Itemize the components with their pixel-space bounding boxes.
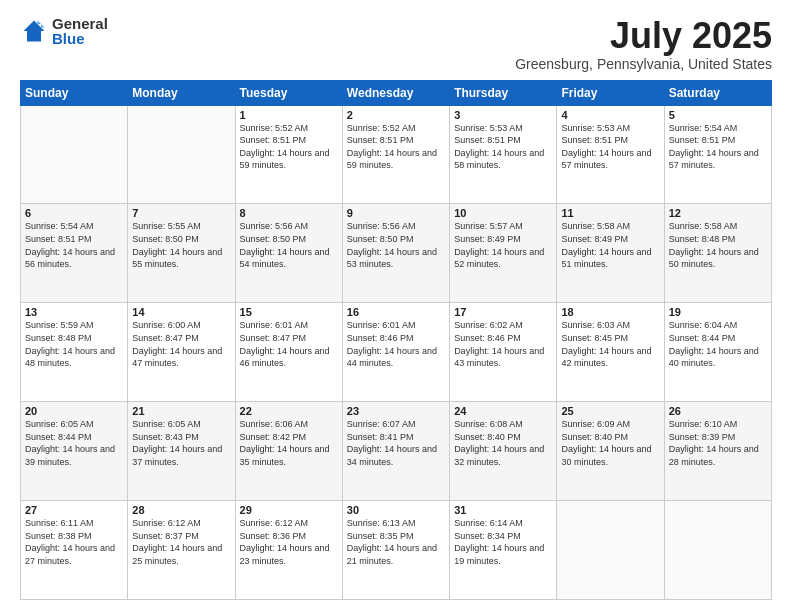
day-number: 25 <box>561 405 659 417</box>
day-cell: 4Sunrise: 5:53 AM Sunset: 8:51 PM Daylig… <box>557 105 664 204</box>
header: General Blue July 2025 Greensburg, Penns… <box>20 16 772 72</box>
col-saturday: Saturday <box>664 80 771 105</box>
day-info: Sunrise: 5:57 AM Sunset: 8:49 PM Dayligh… <box>454 220 552 270</box>
logo-general: General <box>52 16 108 31</box>
page: General Blue July 2025 Greensburg, Penns… <box>0 0 792 612</box>
day-number: 5 <box>669 109 767 121</box>
day-number: 12 <box>669 207 767 219</box>
day-cell: 11Sunrise: 5:58 AM Sunset: 8:49 PM Dayli… <box>557 204 664 303</box>
day-info: Sunrise: 5:53 AM Sunset: 8:51 PM Dayligh… <box>561 122 659 172</box>
day-number: 30 <box>347 504 445 516</box>
day-info: Sunrise: 6:12 AM Sunset: 8:36 PM Dayligh… <box>240 517 338 567</box>
day-info: Sunrise: 6:14 AM Sunset: 8:34 PM Dayligh… <box>454 517 552 567</box>
day-number: 19 <box>669 306 767 318</box>
day-cell: 5Sunrise: 5:54 AM Sunset: 8:51 PM Daylig… <box>664 105 771 204</box>
day-number: 2 <box>347 109 445 121</box>
day-number: 22 <box>240 405 338 417</box>
day-info: Sunrise: 6:13 AM Sunset: 8:35 PM Dayligh… <box>347 517 445 567</box>
day-number: 14 <box>132 306 230 318</box>
day-cell: 25Sunrise: 6:09 AM Sunset: 8:40 PM Dayli… <box>557 402 664 501</box>
week-row-2: 6Sunrise: 5:54 AM Sunset: 8:51 PM Daylig… <box>21 204 772 303</box>
day-number: 8 <box>240 207 338 219</box>
day-cell: 10Sunrise: 5:57 AM Sunset: 8:49 PM Dayli… <box>450 204 557 303</box>
svg-marker-0 <box>24 21 45 42</box>
logo: General Blue <box>20 16 108 46</box>
month-title: July 2025 <box>515 16 772 56</box>
day-info: Sunrise: 6:00 AM Sunset: 8:47 PM Dayligh… <box>132 319 230 369</box>
day-number: 7 <box>132 207 230 219</box>
day-cell: 30Sunrise: 6:13 AM Sunset: 8:35 PM Dayli… <box>342 501 449 600</box>
day-cell: 13Sunrise: 5:59 AM Sunset: 8:48 PM Dayli… <box>21 303 128 402</box>
day-cell: 29Sunrise: 6:12 AM Sunset: 8:36 PM Dayli… <box>235 501 342 600</box>
day-info: Sunrise: 6:01 AM Sunset: 8:47 PM Dayligh… <box>240 319 338 369</box>
day-number: 17 <box>454 306 552 318</box>
day-cell: 16Sunrise: 6:01 AM Sunset: 8:46 PM Dayli… <box>342 303 449 402</box>
day-number: 21 <box>132 405 230 417</box>
day-cell: 23Sunrise: 6:07 AM Sunset: 8:41 PM Dayli… <box>342 402 449 501</box>
day-info: Sunrise: 5:56 AM Sunset: 8:50 PM Dayligh… <box>240 220 338 270</box>
day-info: Sunrise: 6:05 AM Sunset: 8:43 PM Dayligh… <box>132 418 230 468</box>
day-number: 18 <box>561 306 659 318</box>
day-number: 23 <box>347 405 445 417</box>
day-cell <box>21 105 128 204</box>
day-cell <box>557 501 664 600</box>
col-thursday: Thursday <box>450 80 557 105</box>
header-row: Sunday Monday Tuesday Wednesday Thursday… <box>21 80 772 105</box>
day-number: 3 <box>454 109 552 121</box>
title-block: July 2025 Greensburg, Pennsylvania, Unit… <box>515 16 772 72</box>
logo-text: General Blue <box>52 16 108 46</box>
day-cell <box>664 501 771 600</box>
col-tuesday: Tuesday <box>235 80 342 105</box>
day-cell: 12Sunrise: 5:58 AM Sunset: 8:48 PM Dayli… <box>664 204 771 303</box>
day-info: Sunrise: 6:05 AM Sunset: 8:44 PM Dayligh… <box>25 418 123 468</box>
day-number: 15 <box>240 306 338 318</box>
calendar-table: Sunday Monday Tuesday Wednesday Thursday… <box>20 80 772 600</box>
day-number: 31 <box>454 504 552 516</box>
day-info: Sunrise: 6:08 AM Sunset: 8:40 PM Dayligh… <box>454 418 552 468</box>
day-info: Sunrise: 6:12 AM Sunset: 8:37 PM Dayligh… <box>132 517 230 567</box>
day-number: 27 <box>25 504 123 516</box>
day-cell: 2Sunrise: 5:52 AM Sunset: 8:51 PM Daylig… <box>342 105 449 204</box>
day-cell: 8Sunrise: 5:56 AM Sunset: 8:50 PM Daylig… <box>235 204 342 303</box>
day-number: 29 <box>240 504 338 516</box>
day-info: Sunrise: 6:11 AM Sunset: 8:38 PM Dayligh… <box>25 517 123 567</box>
day-info: Sunrise: 5:58 AM Sunset: 8:48 PM Dayligh… <box>669 220 767 270</box>
day-number: 6 <box>25 207 123 219</box>
day-number: 10 <box>454 207 552 219</box>
day-info: Sunrise: 6:09 AM Sunset: 8:40 PM Dayligh… <box>561 418 659 468</box>
day-info: Sunrise: 5:52 AM Sunset: 8:51 PM Dayligh… <box>240 122 338 172</box>
col-friday: Friday <box>557 80 664 105</box>
day-number: 28 <box>132 504 230 516</box>
day-info: Sunrise: 6:02 AM Sunset: 8:46 PM Dayligh… <box>454 319 552 369</box>
col-wednesday: Wednesday <box>342 80 449 105</box>
day-cell <box>128 105 235 204</box>
day-cell: 21Sunrise: 6:05 AM Sunset: 8:43 PM Dayli… <box>128 402 235 501</box>
day-cell: 24Sunrise: 6:08 AM Sunset: 8:40 PM Dayli… <box>450 402 557 501</box>
day-number: 24 <box>454 405 552 417</box>
day-cell: 31Sunrise: 6:14 AM Sunset: 8:34 PM Dayli… <box>450 501 557 600</box>
day-cell: 19Sunrise: 6:04 AM Sunset: 8:44 PM Dayli… <box>664 303 771 402</box>
day-info: Sunrise: 5:54 AM Sunset: 8:51 PM Dayligh… <box>25 220 123 270</box>
week-row-1: 1Sunrise: 5:52 AM Sunset: 8:51 PM Daylig… <box>21 105 772 204</box>
day-info: Sunrise: 5:53 AM Sunset: 8:51 PM Dayligh… <box>454 122 552 172</box>
day-info: Sunrise: 6:06 AM Sunset: 8:42 PM Dayligh… <box>240 418 338 468</box>
day-cell: 20Sunrise: 6:05 AM Sunset: 8:44 PM Dayli… <box>21 402 128 501</box>
day-info: Sunrise: 6:04 AM Sunset: 8:44 PM Dayligh… <box>669 319 767 369</box>
location: Greensburg, Pennsylvania, United States <box>515 56 772 72</box>
day-info: Sunrise: 5:52 AM Sunset: 8:51 PM Dayligh… <box>347 122 445 172</box>
day-cell: 3Sunrise: 5:53 AM Sunset: 8:51 PM Daylig… <box>450 105 557 204</box>
day-cell: 9Sunrise: 5:56 AM Sunset: 8:50 PM Daylig… <box>342 204 449 303</box>
day-cell: 22Sunrise: 6:06 AM Sunset: 8:42 PM Dayli… <box>235 402 342 501</box>
day-number: 26 <box>669 405 767 417</box>
day-cell: 28Sunrise: 6:12 AM Sunset: 8:37 PM Dayli… <box>128 501 235 600</box>
day-cell: 26Sunrise: 6:10 AM Sunset: 8:39 PM Dayli… <box>664 402 771 501</box>
day-number: 9 <box>347 207 445 219</box>
day-number: 4 <box>561 109 659 121</box>
day-info: Sunrise: 6:01 AM Sunset: 8:46 PM Dayligh… <box>347 319 445 369</box>
day-info: Sunrise: 5:56 AM Sunset: 8:50 PM Dayligh… <box>347 220 445 270</box>
day-info: Sunrise: 5:58 AM Sunset: 8:49 PM Dayligh… <box>561 220 659 270</box>
day-cell: 17Sunrise: 6:02 AM Sunset: 8:46 PM Dayli… <box>450 303 557 402</box>
day-info: Sunrise: 5:55 AM Sunset: 8:50 PM Dayligh… <box>132 220 230 270</box>
day-number: 20 <box>25 405 123 417</box>
day-cell: 7Sunrise: 5:55 AM Sunset: 8:50 PM Daylig… <box>128 204 235 303</box>
